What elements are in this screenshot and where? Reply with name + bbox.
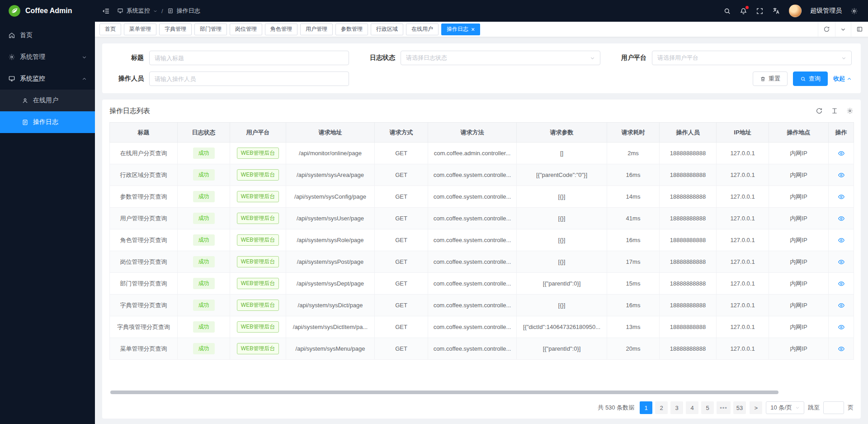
table-cell: 127.0.0.1	[717, 229, 769, 251]
translate-icon[interactable]	[772, 7, 780, 15]
refresh-icon[interactable]	[818, 22, 835, 37]
fullscreen-icon[interactable]	[756, 7, 764, 15]
tab-item-4[interactable]: 岗位管理	[230, 24, 262, 35]
table-cell: 内网IP	[769, 273, 829, 295]
chevron-down-icon	[153, 9, 157, 13]
sidebar-item-operation-log[interactable]: 操作日志	[0, 111, 95, 133]
action-cell	[829, 229, 854, 251]
reset-button[interactable]: 重置	[753, 71, 788, 86]
sidebar-item-online-users[interactable]: 在线用户	[0, 90, 95, 111]
tab-item-1[interactable]: 菜单管理	[124, 24, 156, 35]
search-button[interactable]: 查询	[793, 71, 828, 86]
collapse-filters-link[interactable]: 收起	[833, 75, 852, 83]
sidebar-item-system-management[interactable]: 系统管理	[0, 46, 95, 68]
table-cell: 127.0.0.1	[717, 186, 769, 208]
pagination-ellipsis[interactable]: •••	[717, 401, 731, 414]
app-logo[interactable]: Coffee Admin	[0, 0, 95, 22]
view-detail-eye-icon[interactable]	[838, 324, 845, 331]
table-cell: 16ms	[607, 295, 660, 316]
chevron-down-icon	[795, 405, 800, 410]
view-detail-eye-icon[interactable]	[838, 237, 845, 244]
view-detail-eye-icon[interactable]	[838, 345, 845, 353]
view-detail-eye-icon[interactable]	[838, 150, 845, 157]
chevron-down-icon[interactable]	[835, 22, 851, 37]
pagination-page-1[interactable]: 1	[640, 401, 652, 414]
platform-cell: WEB管理后台	[230, 295, 286, 316]
status-badge: 成功	[193, 148, 215, 159]
refresh-icon[interactable]	[816, 107, 823, 114]
tab-item-7[interactable]: 参数管理	[335, 24, 368, 35]
platform-tag: WEB管理后台	[237, 191, 279, 202]
horizontal-scrollbar[interactable]	[110, 391, 853, 394]
action-cell	[829, 208, 854, 229]
pagination-next-button[interactable]: >	[750, 401, 762, 414]
status-cell: 成功	[178, 273, 230, 295]
pagination-page-53[interactable]: 53	[733, 401, 746, 414]
tab-item-6[interactable]: 用户管理	[300, 24, 333, 35]
search-icon[interactable]	[723, 7, 731, 15]
user-platform-select[interactable]: 请选择用户平台	[652, 51, 852, 65]
table-cell: 20ms	[607, 338, 660, 360]
page-size-select[interactable]: 10 条/页	[766, 401, 804, 414]
user-name[interactable]: 超级管理员	[810, 7, 842, 15]
notification-bell-icon[interactable]	[740, 7, 747, 15]
tab-item-2[interactable]: 字典管理	[159, 24, 192, 35]
breadcrumb-item[interactable]: 系统监控	[127, 7, 150, 15]
status-badge: 成功	[193, 321, 215, 333]
table-row: 部门管理分页查询成功WEB管理后台/api/system/sysDept/pag…	[110, 273, 854, 295]
table-cell: 16ms	[607, 164, 660, 186]
chevron-down-icon	[841, 56, 846, 61]
view-detail-eye-icon[interactable]	[838, 258, 845, 266]
table-row: 字典项管理分页查询成功WEB管理后台/api/system/sysDictIte…	[110, 316, 854, 338]
tab-close-icon[interactable]: ×	[471, 26, 475, 33]
menu-fold-icon[interactable]	[102, 7, 110, 15]
pagination-page-3[interactable]: 3	[670, 401, 683, 414]
view-detail-eye-icon[interactable]	[838, 193, 845, 200]
action-cell	[829, 164, 854, 186]
jump-page-input[interactable]	[823, 401, 844, 414]
sidebar-item-system-monitor[interactable]: 系统监控	[0, 68, 95, 90]
tab-item-5[interactable]: 角色管理	[265, 24, 297, 35]
tab-item-8[interactable]: 行政区域	[371, 24, 403, 35]
breadcrumb-item-current: 操作日志	[177, 7, 200, 15]
table-cell: /api/system/sysMenu/page	[286, 338, 375, 360]
tab-item-3[interactable]: 部门管理	[194, 24, 227, 35]
table-cell: [{}]	[517, 208, 607, 229]
pagination-page-2[interactable]: 2	[655, 401, 668, 414]
tab-item-9[interactable]: 在线用户	[406, 24, 439, 35]
view-detail-eye-icon[interactable]	[838, 280, 845, 287]
scrollbar-thumb[interactable]	[110, 391, 778, 394]
view-detail-eye-icon[interactable]	[838, 215, 845, 222]
tab-item-10[interactable]: 操作日志×	[441, 24, 480, 35]
tab-item-0[interactable]: 首页	[99, 24, 121, 35]
view-detail-eye-icon[interactable]	[838, 302, 845, 309]
tab-bar: 首页菜单管理字典管理部门管理岗位管理角色管理用户管理参数管理行政区域在线用户操作…	[95, 22, 868, 37]
column-header: 请求参数	[517, 123, 607, 143]
log-status-select[interactable]: 请选择日志状态	[401, 51, 600, 65]
settings-gear-icon[interactable]	[850, 7, 858, 15]
filter-title-field: 标题	[111, 51, 349, 65]
table-cell: /api/system/sysDictItem/pa...	[286, 316, 375, 338]
table-cell: 行政区域分页查询	[110, 164, 178, 186]
row-density-icon[interactable]	[831, 107, 838, 114]
title-input[interactable]	[149, 51, 349, 65]
platform-cell: WEB管理后台	[230, 273, 286, 295]
table-cell: 127.0.0.1	[717, 338, 769, 360]
operator-input[interactable]	[149, 71, 349, 86]
user-avatar[interactable]	[789, 5, 802, 17]
sidebar-item-home[interactable]: 首页	[0, 24, 95, 46]
table-cell: 18888888888	[660, 316, 717, 338]
table-cell: GET	[375, 164, 428, 186]
pagination-page-4[interactable]: 4	[686, 401, 698, 414]
column-settings-gear-icon[interactable]	[846, 107, 854, 114]
action-cell	[829, 186, 854, 208]
table-row: 行政区域分页查询成功WEB管理后台/api/system/sysArea/pag…	[110, 164, 854, 186]
status-cell: 成功	[178, 164, 230, 186]
view-detail-eye-icon[interactable]	[838, 172, 845, 179]
platform-cell: WEB管理后台	[230, 143, 286, 164]
table-row: 参数管理分页查询成功WEB管理后台/api/system/sysConfig/p…	[110, 186, 854, 208]
pagination-page-5[interactable]: 5	[701, 401, 714, 414]
platform-tag: WEB管理后台	[237, 321, 279, 333]
table-body: 在线用户分页查询成功WEB管理后台/api/monitor/online/pag…	[110, 143, 854, 360]
layout-panel-icon[interactable]	[851, 22, 868, 37]
